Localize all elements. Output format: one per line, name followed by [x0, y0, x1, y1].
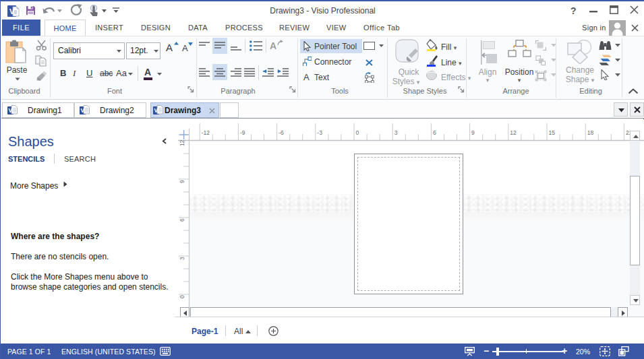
svg-text:-6: -6	[279, 129, 284, 136]
svg-text:6: 6	[179, 218, 185, 222]
svg-text:-9: -9	[240, 129, 245, 136]
svg-text:9: 9	[471, 129, 475, 136]
svg-text:12: 12	[179, 140, 185, 147]
svg-text:0: 0	[356, 129, 359, 136]
svg-text:9: 9	[179, 180, 185, 183]
svg-text:V: V	[9, 107, 13, 114]
svg-text:V: V	[81, 107, 85, 114]
svg-text:15: 15	[549, 129, 556, 136]
svg-text:3: 3	[179, 257, 185, 260]
svg-text:V: V	[154, 107, 158, 114]
svg-text:6: 6	[433, 129, 436, 136]
svg-text:18: 18	[587, 129, 594, 136]
svg-text:-12: -12	[202, 129, 210, 136]
svg-text:0: 0	[179, 295, 185, 298]
svg-text:-3: -3	[317, 129, 322, 136]
svg-text:12: 12	[510, 129, 517, 136]
svg-text:3: 3	[394, 129, 398, 136]
